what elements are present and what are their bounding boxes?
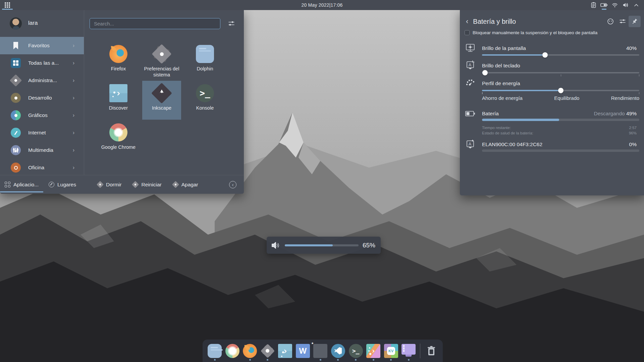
sleep-button[interactable]: Dormir (98, 182, 122, 188)
battery-detail-row: Estado de salud de la batería: 96% (482, 131, 637, 135)
app-inkscape[interactable]: Inkscape (142, 81, 181, 120)
status-overview-icon[interactable] (604, 16, 616, 27)
pin-icon[interactable] (629, 16, 641, 27)
dock-writer[interactable]: W (294, 341, 312, 361)
peripheral-battery-value: 0% (629, 141, 637, 147)
dock-firefox[interactable] (241, 341, 259, 361)
configure-icon[interactable] (616, 16, 629, 27)
system-administration-icon (11, 75, 21, 85)
expand-caret-icon[interactable] (632, 0, 641, 10)
shutdown-button[interactable]: Apagar (173, 182, 198, 188)
volume-icon[interactable] (621, 0, 630, 10)
option-rendimiento[interactable]: Rendimiento (611, 95, 639, 101)
slider-handle[interactable] (482, 70, 488, 75)
configure-filter-icon[interactable] (228, 20, 235, 28)
favorites-grid: Firefox Preferencias del sistema Dolphin… (84, 37, 244, 175)
sidebar-item-desarrollo[interactable]: Desarrollo › (0, 89, 84, 107)
colorful-arrow-app-icon: › (366, 344, 380, 358)
wifi-icon[interactable] (610, 0, 619, 10)
dock-discover[interactable]: › (276, 341, 294, 361)
app-google-chrome[interactable]: Google Chrome (99, 120, 138, 159)
collapse-session-icon[interactable]: ‹ (229, 181, 236, 188)
option-equilibrado[interactable]: Equilibrado (554, 95, 579, 101)
tab-lugares[interactable]: Lugares (43, 175, 82, 194)
running-indicator (320, 359, 321, 361)
svg-text:A: A (469, 142, 471, 146)
app-konsole[interactable]: >_ Konsole (185, 81, 224, 120)
chevron-right-icon: › (73, 60, 74, 66)
panel-header: ‹ Batería y brillo (460, 15, 644, 28)
discover-icon: › (109, 84, 127, 102)
launcher-sidebar: Favoritos › Todas las a... › Administra.… (0, 37, 84, 175)
power-profile-slider[interactable] (482, 88, 639, 93)
clock[interactable]: 20 May 2022|17:06 (0, 2, 644, 8)
running-indicator (267, 359, 268, 361)
app-firefox[interactable]: Firefox (99, 42, 138, 80)
tab-aplicaciones[interactable]: Aplicacio... (0, 175, 43, 194)
screen-brightness-icon (465, 42, 476, 54)
app-preferencias-del-sistema[interactable]: Preferencias del sistema (142, 42, 181, 80)
battery-icon[interactable] (600, 0, 608, 10)
sidebar-item-graficos[interactable]: Gráficos › (0, 107, 84, 124)
running-indicator (390, 359, 392, 361)
system-settings-icon (261, 344, 275, 358)
panel-title: Batería y brillo (473, 18, 516, 25)
battery-applet-active-indicator (602, 9, 606, 10)
dock-gwenview[interactable] (312, 341, 329, 361)
sidebar-item-favoritos[interactable]: Favoritos › (0, 37, 84, 54)
dock-kolorful-app[interactable]: › (365, 341, 382, 361)
top-panel: 20 May 2022|17:06 (0, 0, 644, 10)
spectacle-icon (401, 344, 416, 358)
sidebar-item-oficina[interactable]: Oficina › (0, 159, 84, 175)
dock: › W >_ › KV (203, 340, 443, 362)
keyboard-brightness-icon: A (465, 60, 476, 71)
clipboard-icon[interactable] (589, 0, 598, 10)
dock-spectacle[interactable] (400, 341, 418, 361)
speaker-icon (271, 241, 280, 249)
dock-dolphin[interactable] (206, 341, 224, 361)
running-indicator (408, 359, 410, 361)
search-input[interactable] (90, 18, 220, 29)
dock-vscode[interactable] (329, 341, 347, 361)
back-icon[interactable]: ‹ (466, 17, 468, 26)
volume-value: 65% (363, 242, 375, 249)
screen-brightness-slider[interactable] (482, 52, 639, 58)
restart-button[interactable]: Reiniciar (133, 182, 161, 188)
all-apps-icon (11, 58, 21, 68)
sidebar-item-internet[interactable]: Internet › (0, 124, 84, 141)
panel-actions (604, 16, 641, 27)
slider-handle[interactable] (542, 52, 548, 58)
chevron-right-icon: › (73, 77, 74, 83)
running-indicator (355, 359, 357, 361)
gwenview-icon (313, 344, 327, 358)
dock-konsole[interactable]: >_ (347, 341, 365, 361)
sidebar-item-administracion[interactable]: Administra... › (0, 72, 84, 89)
launcher-active-indicator (2, 9, 13, 10)
sidebar-item-todas-las-aplicaciones[interactable]: Todas las a... › (0, 54, 84, 72)
volume-osd: 65% (267, 237, 381, 254)
dock-kvantum[interactable]: KV (382, 341, 400, 361)
power-profile-options: Ahorro de energía Equilibrado Rendimient… (482, 95, 639, 101)
battery-brightness-panel: ‹ Batería y brillo Bloquear manualmente … (460, 10, 644, 195)
user-avatar[interactable] (9, 17, 22, 30)
applications-tab-icon (5, 182, 10, 187)
application-launcher-menu: lara Favoritos › Todas las a... › Admini… (0, 10, 244, 194)
discover-icon: › (278, 344, 292, 358)
running-indicator (214, 359, 216, 361)
kv-app-icon: KV (384, 344, 398, 358)
app-dolphin[interactable]: Dolphin (185, 42, 224, 80)
dock-trash[interactable] (423, 341, 439, 361)
chevron-right-icon: › (73, 112, 74, 118)
sidebar-item-multimedia[interactable]: Multimedia › (0, 141, 84, 159)
option-ahorro[interactable]: Ahorro de energía (482, 95, 523, 101)
svg-text:A: A (469, 63, 471, 67)
dock-system-settings[interactable] (259, 341, 277, 361)
battery-row-icon (465, 108, 476, 119)
app-discover[interactable]: › Discover (99, 81, 138, 120)
keyboard-brightness-slider[interactable] (482, 70, 639, 75)
internet-icon (11, 128, 21, 138)
block-suspend-checkbox[interactable] (465, 30, 470, 35)
slider-handle[interactable] (558, 88, 564, 93)
battery-status-value: Descargando 49% (594, 111, 637, 117)
dock-chrome[interactable] (224, 341, 241, 361)
